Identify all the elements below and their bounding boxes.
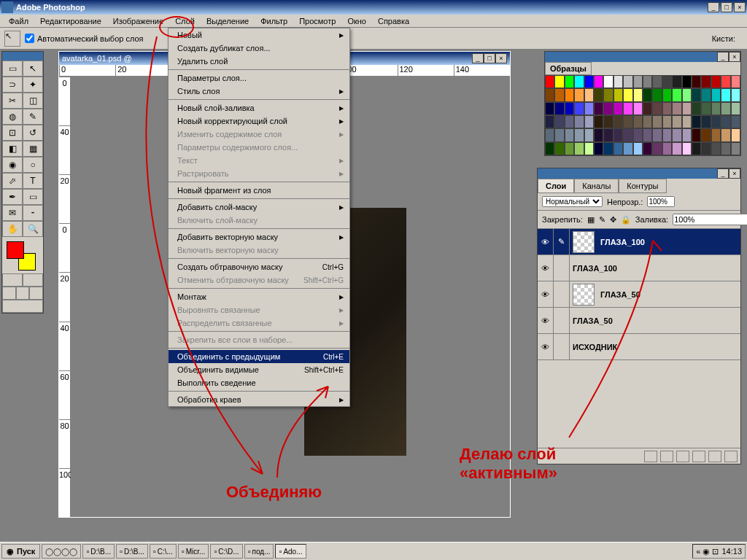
swatch[interactable] (711, 115, 721, 128)
swatch[interactable] (643, 102, 652, 115)
taskbar-item[interactable]: ▫D:\В... (116, 544, 148, 559)
swatch[interactable] (614, 115, 623, 128)
crop-tool[interactable]: ✂ (2, 93, 23, 109)
swatch[interactable] (603, 75, 613, 88)
swatch[interactable] (652, 75, 662, 88)
fg-color[interactable] (7, 241, 24, 259)
swatch[interactable] (692, 128, 701, 141)
swatch[interactable] (672, 128, 681, 141)
layer-adjust-button[interactable] (692, 451, 705, 462)
swatch[interactable] (692, 102, 701, 115)
opacity-input[interactable] (647, 196, 675, 207)
swatch[interactable] (633, 128, 643, 141)
layers-close[interactable]: × (729, 168, 740, 179)
menu-help[interactable]: Справка (372, 15, 415, 27)
swatch[interactable] (711, 102, 721, 115)
swatch[interactable] (682, 115, 692, 128)
swatch[interactable] (721, 128, 730, 141)
swatch[interactable] (574, 128, 584, 141)
swatch[interactable] (672, 102, 681, 115)
screen-mode-1[interactable] (2, 287, 16, 300)
menu-item[interactable]: Добавить слой-маску▶ (169, 201, 349, 214)
layer-mask-button[interactable] (660, 451, 673, 462)
swatch[interactable] (731, 128, 740, 141)
notes-tool[interactable]: ✉ (2, 205, 23, 221)
close-button[interactable]: × (734, 2, 746, 12)
swatch[interactable] (545, 142, 554, 155)
swatches-tab[interactable]: Образцы (545, 62, 592, 75)
menu-edit[interactable]: Редактирование (34, 15, 107, 27)
swatch[interactable] (731, 142, 740, 155)
swatch[interactable] (692, 88, 701, 101)
swatch[interactable] (584, 115, 594, 128)
menu-layer[interactable]: Слой (169, 15, 201, 27)
swatch[interactable] (643, 128, 652, 141)
swatches-close[interactable]: × (729, 52, 740, 62)
menu-item[interactable]: Новый корректирующий слой▶ (169, 114, 349, 128)
swatch[interactable] (554, 115, 564, 128)
color-picker[interactable] (2, 237, 43, 273)
layer-set-button[interactable] (676, 451, 689, 462)
visibility-icon[interactable]: 👁 (538, 255, 554, 281)
gradient-tool[interactable]: ▦ (23, 141, 43, 157)
swatch[interactable] (662, 115, 672, 128)
swatch[interactable] (565, 88, 574, 101)
swatch[interactable] (594, 128, 603, 141)
hand-tool[interactable]: ✋ (2, 221, 23, 237)
swatch[interactable] (711, 75, 721, 88)
swatch[interactable] (672, 142, 681, 155)
menu-item[interactable]: Монтаж▶ (169, 290, 349, 303)
swatch[interactable] (652, 142, 662, 155)
swatch[interactable] (584, 88, 594, 101)
swatch[interactable] (584, 102, 594, 115)
tray-icons[interactable]: « ◉ ⊡ (696, 547, 719, 556)
swatch[interactable] (633, 142, 643, 155)
layer-name[interactable]: ГЛАЗА_100 (570, 264, 740, 273)
swatch[interactable] (731, 75, 740, 88)
swatch[interactable] (711, 88, 721, 101)
swatch[interactable] (574, 88, 584, 101)
shape-tool[interactable]: ▭ (23, 189, 43, 205)
link-icon[interactable]: ✎ (554, 229, 570, 254)
menu-item[interactable]: Создать обтравочную маскуCtrl+G (169, 260, 349, 273)
menu-item[interactable]: Создать дубликат слоя... (169, 42, 349, 55)
swatch[interactable] (554, 128, 564, 141)
swatch[interactable] (643, 75, 652, 88)
quickmask-mode[interactable] (23, 273, 43, 287)
swatch[interactable] (701, 102, 711, 115)
swatch[interactable] (545, 75, 554, 88)
type-tool[interactable]: T (23, 173, 43, 189)
menu-item[interactable]: Объединить с предыдущимCtrl+E (169, 350, 349, 363)
menu-item[interactable]: Стиль слоя▶ (169, 85, 349, 98)
maximize-button[interactable]: □ (721, 2, 732, 12)
swatch[interactable] (701, 128, 711, 141)
swatch[interactable] (565, 115, 574, 128)
taskbar-item[interactable]: ▫D:\В... (82, 544, 115, 559)
swatch[interactable] (574, 115, 584, 128)
screen-mode-3[interactable] (29, 287, 43, 300)
swatch[interactable] (682, 102, 692, 115)
lock-move-icon[interactable]: ✥ (610, 215, 616, 225)
swatch[interactable] (701, 88, 711, 101)
menu-item[interactable]: Параметры слоя... (169, 71, 349, 85)
swatch[interactable] (643, 115, 652, 128)
lasso-tool[interactable]: ⊃ (2, 77, 23, 93)
blur-tool[interactable]: ◉ (2, 157, 23, 173)
swatch[interactable] (554, 142, 564, 155)
path-tool[interactable]: ⬀ (2, 173, 23, 189)
dodge-tool[interactable]: ○ (23, 157, 43, 173)
swatch[interactable] (614, 142, 623, 155)
taskbar-item[interactable]: ▫C:\... (150, 544, 177, 559)
swatch[interactable] (701, 115, 711, 128)
swatch[interactable] (574, 102, 584, 115)
swatch[interactable] (633, 102, 643, 115)
swatch[interactable] (565, 75, 574, 88)
swatch[interactable] (623, 142, 632, 155)
layer-name[interactable]: ГЛАЗА_50 (597, 290, 740, 299)
menu-window[interactable]: Окно (341, 15, 372, 27)
doc-maximize[interactable]: □ (484, 53, 495, 63)
marquee-tool[interactable]: ▭ (2, 61, 23, 77)
layer-name[interactable]: ИСХОДНИК (570, 343, 740, 351)
layer-row[interactable]: 👁ГЛАЗА_100 (538, 255, 740, 281)
swatch[interactable] (614, 128, 623, 141)
